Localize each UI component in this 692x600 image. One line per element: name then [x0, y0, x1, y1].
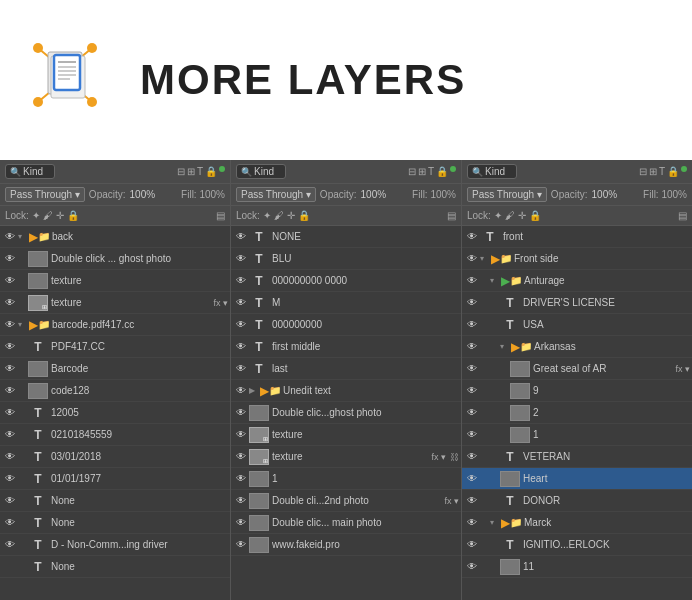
layer-row[interactable]: 👁 ▶ ▶📁 Unedit text	[231, 380, 461, 402]
lock-icon-pos[interactable]: ✦	[32, 210, 40, 221]
layer-row[interactable]: 👁 Double cli...2nd photo fx ▾	[231, 490, 461, 512]
visibility-icon[interactable]	[2, 559, 18, 575]
layer-row[interactable]: 👁 ▾ ▶📁 Arkansas	[462, 336, 692, 358]
visibility-icon[interactable]: 👁	[233, 405, 249, 421]
visibility-icon[interactable]: 👁	[233, 449, 249, 465]
visibility-icon[interactable]: 👁	[2, 449, 18, 465]
layer-row[interactable]: 👁 ⊞ texture	[231, 424, 461, 446]
layer-row[interactable]: 👁 T last	[231, 358, 461, 380]
search-box[interactable]: 🔍 Kind	[467, 164, 517, 179]
layer-row[interactable]: 👁 T 000000000	[231, 314, 461, 336]
visibility-icon[interactable]: 👁	[464, 493, 480, 509]
visibility-icon[interactable]: 👁	[2, 317, 18, 333]
visibility-icon[interactable]: 👁	[233, 339, 249, 355]
visibility-icon[interactable]: 👁	[233, 427, 249, 443]
layer-row[interactable]: 👁 Double clic... main photo	[231, 512, 461, 534]
expand-arrow[interactable]: ▾	[18, 320, 26, 329]
blend-mode-dropdown[interactable]: Pass Through ▾	[236, 187, 316, 202]
layer-row[interactable]: 👁 T BLU	[231, 248, 461, 270]
layer-row[interactable]: 👁 ▾ ▶📁 Marck	[462, 512, 692, 534]
expand-arrow[interactable]: ▾	[490, 276, 498, 285]
search-box[interactable]: 🔍 Kind	[236, 164, 286, 179]
visibility-icon[interactable]: 👁	[464, 537, 480, 553]
layer-row[interactable]: 👁 9	[462, 380, 692, 402]
visibility-icon[interactable]: 👁	[233, 471, 249, 487]
visibility-icon[interactable]: 👁	[2, 361, 18, 377]
lock-icon-move[interactable]: ✛	[56, 210, 64, 221]
blend-mode-dropdown[interactable]: Pass Through ▾	[5, 187, 85, 202]
visibility-icon[interactable]: 👁	[233, 515, 249, 531]
visibility-icon[interactable]: 👁	[464, 229, 480, 245]
visibility-icon[interactable]: 👁	[464, 251, 480, 267]
visibility-icon[interactable]: 👁	[2, 229, 18, 245]
layer-row[interactable]: 👁 T VETERAN	[462, 446, 692, 468]
expand-arrow[interactable]: ▾	[500, 342, 508, 351]
layer-row[interactable]: 👁 T 000000000 0000	[231, 270, 461, 292]
layer-row[interactable]: 👁 T front	[462, 226, 692, 248]
lock-icon-move[interactable]: ✛	[518, 210, 526, 221]
lock-icon-pos[interactable]: ✦	[494, 210, 502, 221]
visibility-icon[interactable]: 👁	[464, 471, 480, 487]
visibility-icon[interactable]: 👁	[464, 339, 480, 355]
visibility-icon[interactable]: 👁	[2, 493, 18, 509]
layer-row[interactable]: 👁 T 01/01/1977	[0, 468, 230, 490]
visibility-icon[interactable]: 👁	[233, 383, 249, 399]
visibility-icon[interactable]: 👁	[464, 317, 480, 333]
layer-row[interactable]: 👁 1	[231, 468, 461, 490]
layer-row[interactable]: 👁 2	[462, 402, 692, 424]
layer-row[interactable]: 👁 T NONE	[231, 226, 461, 248]
visibility-icon[interactable]: 👁	[2, 251, 18, 267]
lock-icon-paint[interactable]: 🖌	[43, 210, 53, 221]
visibility-icon[interactable]: 👁	[2, 427, 18, 443]
visibility-icon[interactable]: 👁	[464, 295, 480, 311]
layer-row[interactable]: 👁 www.fakeid.pro	[231, 534, 461, 556]
layer-row[interactable]: 👁 T D - Non-Comm...ing driver	[0, 534, 230, 556]
visibility-icon[interactable]: 👁	[2, 515, 18, 531]
visibility-icon[interactable]: 👁	[2, 295, 18, 311]
layer-row[interactable]: 👁 T M	[231, 292, 461, 314]
expand-arrow[interactable]: ▾	[18, 232, 26, 241]
lock-icon-all[interactable]: 🔒	[529, 210, 541, 221]
visibility-icon[interactable]: 👁	[464, 559, 480, 575]
layer-row[interactable]: 👁 Heart	[462, 468, 692, 490]
expand-arrow[interactable]: ▶	[249, 386, 257, 395]
layer-row[interactable]: 👁 T 02101845559	[0, 424, 230, 446]
visibility-icon[interactable]: 👁	[464, 449, 480, 465]
layer-row[interactable]: 👁 T IGNITIO...ERLOCK	[462, 534, 692, 556]
visibility-icon[interactable]: 👁	[233, 251, 249, 267]
visibility-icon[interactable]: 👁	[2, 383, 18, 399]
layer-row[interactable]: 👁 1	[462, 424, 692, 446]
layer-row[interactable]: 👁 ⊞ texture fx ▾	[0, 292, 230, 314]
layer-row[interactable]: 👁 T USA	[462, 314, 692, 336]
visibility-icon[interactable]: 👁	[2, 339, 18, 355]
lock-icon-paint[interactable]: 🖌	[274, 210, 284, 221]
lock-icon-all[interactable]: 🔒	[298, 210, 310, 221]
visibility-icon[interactable]: 👁	[464, 427, 480, 443]
visibility-icon[interactable]: 👁	[233, 295, 249, 311]
layer-row[interactable]: 👁 T 03/01/2018	[0, 446, 230, 468]
layer-row[interactable]: 👁 Double clic...ghost photo	[231, 402, 461, 424]
layer-row[interactable]: 👁 ⊞ texture fx ▾ ⛓	[231, 446, 461, 468]
expand-arrow[interactable]: ▾	[480, 254, 488, 263]
visibility-icon[interactable]: 👁	[464, 361, 480, 377]
visibility-icon[interactable]: 👁	[464, 515, 480, 531]
layer-row[interactable]: 👁 ▾ ▶📁 barcode.pdf417.cc	[0, 314, 230, 336]
layer-row[interactable]: 👁 T PDF417.CC	[0, 336, 230, 358]
visibility-icon[interactable]: 👁	[233, 229, 249, 245]
layer-row[interactable]: T None	[0, 556, 230, 578]
layer-row[interactable]: 👁 code128	[0, 380, 230, 402]
layer-row[interactable]: 👁 Barcode	[0, 358, 230, 380]
visibility-icon[interactable]: 👁	[233, 317, 249, 333]
visibility-icon[interactable]: 👁	[233, 537, 249, 553]
layer-row[interactable]: 👁 T 12005	[0, 402, 230, 424]
layer-row[interactable]: 👁 ▾ ▶📁 back	[0, 226, 230, 248]
layer-row[interactable]: 👁 Great seal of AR fx ▾	[462, 358, 692, 380]
lock-icon-paint[interactable]: 🖌	[505, 210, 515, 221]
search-box[interactable]: 🔍 Kind	[5, 164, 55, 179]
blend-mode-dropdown[interactable]: Pass Through ▾	[467, 187, 547, 202]
layer-row[interactable]: 👁 T DRIVER'S LICENSE	[462, 292, 692, 314]
visibility-icon[interactable]: 👁	[233, 273, 249, 289]
layer-row[interactable]: 👁 T DONOR	[462, 490, 692, 512]
visibility-icon[interactable]: 👁	[464, 383, 480, 399]
layer-row[interactable]: 👁 ▾ ▶📁 Anturage	[462, 270, 692, 292]
